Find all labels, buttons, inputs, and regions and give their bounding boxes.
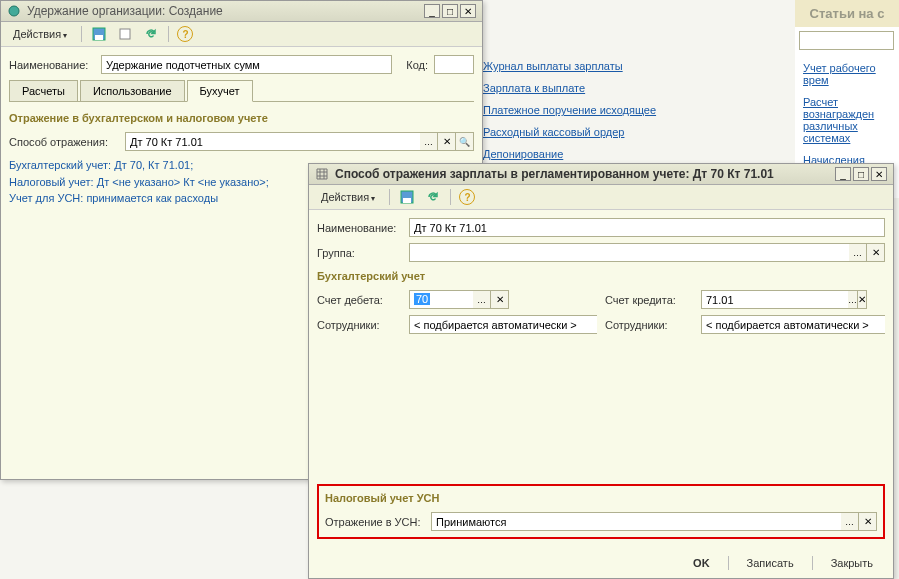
- credit-clear-button[interactable]: ✕: [858, 290, 867, 309]
- section-title-reflect: Отражение в бухгалтерском и налоговом уч…: [9, 112, 474, 124]
- code-input[interactable]: [434, 55, 474, 74]
- right-link-1[interactable]: Учет рабочего врем: [803, 62, 891, 86]
- background-links: Журнал выплаты зарплаты Зарплата к выпла…: [483, 60, 656, 170]
- save-button[interactable]: Записать: [737, 554, 804, 572]
- minimize-button-2[interactable]: _: [835, 167, 851, 181]
- action-icon-2[interactable]: [116, 25, 134, 43]
- emp-label-1: Сотрудники:: [317, 319, 403, 331]
- bg-link-deposit[interactable]: Депонирование: [483, 148, 656, 160]
- usn-select-button[interactable]: …: [841, 512, 859, 531]
- actions-menu[interactable]: Действия: [7, 26, 73, 42]
- usn-section-box: Налоговый учет УСН Отражение в УСН: … ✕: [317, 484, 885, 539]
- help-icon[interactable]: ?: [177, 26, 193, 42]
- svg-point-0: [9, 6, 19, 16]
- section-bu: Бухгалтерский учет: [317, 270, 885, 282]
- bg-link-cash[interactable]: Расходный кассовый ордер: [483, 126, 656, 138]
- refresh-icon[interactable]: [142, 25, 160, 43]
- debit-input[interactable]: 70: [409, 290, 473, 309]
- separator: [450, 189, 451, 205]
- titlebar-2: Способ отражения зарплаты в регламентиро…: [309, 164, 893, 185]
- usn-clear-button[interactable]: ✕: [859, 512, 877, 531]
- toolbar-2: Действия ?: [309, 185, 893, 210]
- usn-input[interactable]: [431, 512, 841, 531]
- minimize-button[interactable]: _: [424, 4, 440, 18]
- ok-button[interactable]: OK: [683, 554, 720, 572]
- code-label: Код:: [406, 59, 428, 71]
- credit-input[interactable]: [701, 290, 848, 309]
- close-button[interactable]: ✕: [460, 4, 476, 18]
- clear-button[interactable]: ✕: [438, 132, 456, 151]
- bg-link-journal[interactable]: Журнал выплаты зарплаты: [483, 60, 656, 72]
- separator: [812, 556, 813, 570]
- window-title-1: Удержание организации: Создание: [27, 4, 418, 18]
- tabs: Расчеты Использование Бухучет: [9, 80, 474, 102]
- reflect-label: Способ отражения:: [9, 136, 119, 148]
- tab-usage[interactable]: Использование: [80, 80, 185, 101]
- debit-label: Счет дебета:: [317, 294, 403, 306]
- toolbar-1: Действия ?: [1, 22, 482, 47]
- separator: [168, 26, 169, 42]
- select-button[interactable]: …: [420, 132, 438, 151]
- bg-link-payment[interactable]: Платежное поручение исходящее: [483, 104, 656, 116]
- debit-clear-button[interactable]: ✕: [491, 290, 509, 309]
- emp-label-2: Сотрудники:: [605, 319, 695, 331]
- svg-rect-5: [403, 198, 411, 203]
- bg-link-salary[interactable]: Зарплата к выплате: [483, 82, 656, 94]
- emp-input-2[interactable]: [701, 315, 885, 334]
- usn-label: Отражение в УСН:: [325, 516, 425, 528]
- maximize-button-2[interactable]: □: [853, 167, 869, 181]
- window-title-2: Способ отражения зарплаты в регламентиро…: [335, 167, 829, 181]
- separator: [728, 556, 729, 570]
- name-label-2: Наименование:: [317, 222, 403, 234]
- right-search-input[interactable]: [799, 31, 894, 50]
- tab-calc[interactable]: Расчеты: [9, 80, 78, 101]
- group-clear-button[interactable]: ✕: [867, 243, 885, 262]
- app-icon: [7, 4, 21, 18]
- right-link-2b: различных системах: [803, 120, 891, 144]
- save-icon-2[interactable]: [398, 188, 416, 206]
- refresh-icon-2[interactable]: [424, 188, 442, 206]
- svg-rect-2: [95, 35, 103, 40]
- grid-icon: [315, 167, 329, 181]
- group-label: Группа:: [317, 247, 403, 259]
- separator: [389, 189, 390, 205]
- window-reflection: Способ отражения зарплаты в регламентиро…: [308, 163, 894, 579]
- group-input[interactable]: [409, 243, 849, 262]
- svg-rect-3: [120, 29, 130, 39]
- credit-select-button[interactable]: …: [848, 290, 858, 309]
- separator: [81, 26, 82, 42]
- actions-menu-2[interactable]: Действия: [315, 189, 381, 205]
- debit-select-button[interactable]: …: [473, 290, 491, 309]
- group-select-button[interactable]: …: [849, 243, 867, 262]
- right-header: Статьи на с: [795, 0, 899, 27]
- reflect-input[interactable]: [125, 132, 420, 151]
- name-label: Наименование:: [9, 59, 95, 71]
- titlebar-1: Удержание организации: Создание _ □ ✕: [1, 1, 482, 22]
- bottom-buttons: OK Записать Закрыть: [683, 554, 883, 572]
- search-button[interactable]: 🔍: [456, 132, 474, 151]
- close-button-2[interactable]: ✕: [871, 167, 887, 181]
- save-icon[interactable]: [90, 25, 108, 43]
- help-icon-2[interactable]: ?: [459, 189, 475, 205]
- right-link-2[interactable]: Расчет вознагражден: [803, 96, 891, 120]
- name-input-2[interactable]: [409, 218, 885, 237]
- credit-label: Счет кредита:: [605, 294, 695, 306]
- tab-accounting[interactable]: Бухучет: [187, 80, 253, 102]
- maximize-button[interactable]: □: [442, 4, 458, 18]
- emp-input-1[interactable]: [409, 315, 597, 334]
- name-input[interactable]: [101, 55, 392, 74]
- close-window-button[interactable]: Закрыть: [821, 554, 883, 572]
- section-usn: Налоговый учет УСН: [325, 492, 877, 504]
